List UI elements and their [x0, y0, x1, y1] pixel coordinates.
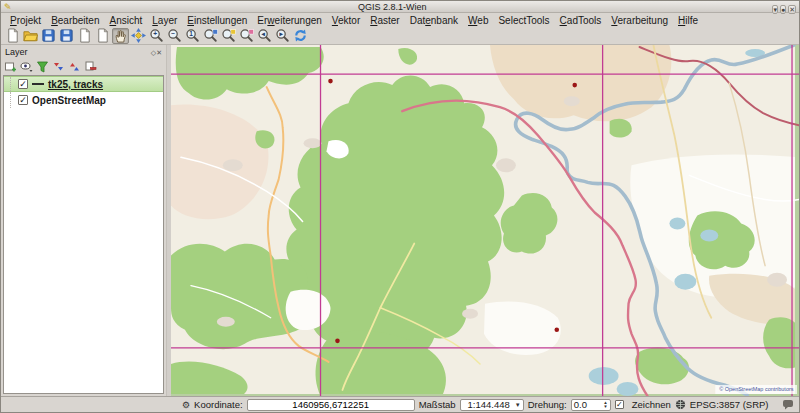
- menu-cadtools[interactable]: CadTools: [555, 14, 607, 27]
- collapse-all-icon[interactable]: [68, 60, 81, 73]
- svg-text:+: +: [153, 30, 157, 37]
- save-project-icon[interactable]: [40, 28, 57, 44]
- new-print-composer-icon[interactable]: [76, 28, 93, 44]
- zoom-last-icon[interactable]: ◂: [256, 28, 273, 44]
- menu-projekt[interactable]: Projekt: [5, 14, 46, 27]
- menu-datenbank[interactable]: Datenbank: [405, 14, 463, 27]
- coordinate-input[interactable]: [247, 399, 415, 411]
- menu-vektor[interactable]: Vektor: [327, 14, 365, 27]
- close-window-button[interactable]: ✕: [788, 5, 796, 14]
- add-group-icon[interactable]: [4, 60, 17, 73]
- track-point: [335, 339, 340, 344]
- map-canvas[interactable]: © OpenStreetMap contributors: [171, 45, 799, 396]
- layer-item-tk25-tracks[interactable]: ✓tk25, tracks: [4, 76, 163, 92]
- zoom-to-layer-icon[interactable]: [238, 28, 255, 44]
- main-toolbar: +−1◂▸: [1, 27, 799, 45]
- line-symbol-icon: [32, 83, 44, 85]
- remove-layer-icon[interactable]: [84, 60, 97, 73]
- render-checkbox[interactable]: ✓: [615, 400, 624, 409]
- log-messages-icon[interactable]: [782, 399, 794, 410]
- rotation-spinbox[interactable]: 0.0 ▲▼: [571, 399, 611, 411]
- tree-guide: [10, 77, 18, 91]
- zoom-out-icon[interactable]: −: [166, 28, 183, 44]
- layers-panel-header: Layer ◇✕: [1, 45, 166, 58]
- menu-raster[interactable]: Raster: [365, 14, 404, 27]
- track-point: [554, 328, 559, 333]
- scale-value: 1:144.448: [463, 399, 515, 410]
- town-area: [223, 159, 243, 171]
- crs-status[interactable]: EPSG:3857 (SRP): [690, 399, 769, 410]
- layer-visibility-icon[interactable]: [20, 60, 33, 73]
- zoom-next-icon[interactable]: ▸: [274, 28, 291, 44]
- town-area: [462, 309, 478, 319]
- close-panel-icon[interactable]: ✕: [156, 49, 162, 56]
- menu-ansicht[interactable]: Ansicht: [105, 14, 148, 27]
- menu-web[interactable]: Web: [463, 14, 493, 27]
- render-label: Zeichnen: [632, 399, 671, 410]
- svg-text:1: 1: [189, 30, 193, 37]
- expand-all-icon[interactable]: [52, 60, 65, 73]
- menu-verarbeitung[interactable]: Verarbeitung: [606, 14, 673, 27]
- pan-to-selection-icon[interactable]: [130, 28, 147, 44]
- layers-panel-toolbar: [1, 58, 166, 74]
- menu-erweiterungen[interactable]: Erweiterungen: [252, 14, 327, 27]
- lake: [700, 230, 718, 242]
- menu-selecttools[interactable]: SelectTools: [493, 14, 554, 27]
- coordinate-label: Koordinate:: [194, 399, 243, 410]
- town-area: [496, 158, 516, 172]
- new-project-icon[interactable]: [4, 28, 21, 44]
- title-bar[interactable]: ✎ QGIS 2.8.1-Wien ▾●✕: [1, 1, 799, 13]
- town-area: [217, 317, 235, 327]
- layer-tree[interactable]: ✓tk25, tracks✓OpenStreetMap: [3, 75, 164, 394]
- composer-manager-icon[interactable]: [94, 28, 111, 44]
- layer-visibility-checkbox[interactable]: ✓: [18, 95, 28, 105]
- save-project-as-icon[interactable]: [58, 28, 75, 44]
- status-bar: ⚙ Koordinate: Maßstab 1:144.448 ▼ Drehun…: [1, 396, 799, 412]
- lake: [669, 217, 685, 229]
- chevron-down-icon: ▼: [515, 402, 521, 408]
- scale-combobox[interactable]: 1:144.448 ▼: [460, 399, 524, 411]
- tracking-icon[interactable]: ⚙: [182, 400, 190, 410]
- pan-map-icon[interactable]: [112, 28, 129, 44]
- layer-visibility-checkbox[interactable]: ✓: [18, 79, 28, 89]
- crs-globe-icon[interactable]: [675, 399, 686, 410]
- town-area: [304, 138, 322, 148]
- menu-hilfe[interactable]: Hilfe: [673, 14, 703, 27]
- lake: [589, 367, 619, 385]
- zoom-full-extent-icon[interactable]: [202, 28, 219, 44]
- svg-text:◂: ◂: [260, 30, 265, 37]
- layer-item-openstreetmap[interactable]: ✓OpenStreetMap: [4, 92, 163, 108]
- maximize-window-button[interactable]: ●: [780, 5, 786, 14]
- lake: [617, 382, 639, 396]
- svg-text:▸: ▸: [278, 30, 283, 37]
- lake: [674, 274, 696, 290]
- filter-legend-icon[interactable]: [36, 60, 49, 73]
- canvas-edge-polygon: [795, 45, 799, 396]
- shade-window-button[interactable]: ▾: [772, 5, 778, 14]
- spinner-arrows-icon[interactable]: ▲▼: [603, 401, 607, 408]
- track-point: [572, 83, 577, 88]
- open-project-icon[interactable]: [22, 28, 39, 44]
- town-area: [767, 273, 787, 287]
- rotation-value: 0.0: [574, 399, 604, 410]
- zoom-in-icon[interactable]: +: [148, 28, 165, 44]
- window-title: QGIS 2.8.1-Wien: [14, 2, 770, 12]
- menu-layer[interactable]: Layer: [147, 14, 182, 27]
- osm-attribution: © OpenStreetMap contributors: [719, 386, 793, 392]
- layers-panel-title: Layer: [5, 47, 151, 57]
- scale-label: Maßstab: [419, 399, 456, 410]
- rotation-label: Drehung:: [528, 399, 567, 410]
- layers-panel: Layer ◇✕ ✓tk25, tracks✓OpenStreetMap: [1, 45, 166, 396]
- zoom-to-selection-icon[interactable]: [220, 28, 237, 44]
- qgis-window: ✎ QGIS 2.8.1-Wien ▾●✕ ProjektBearbeitenA…: [0, 0, 800, 413]
- menu-einstellungen[interactable]: Einstellungen: [182, 14, 252, 27]
- tree-guide: [10, 92, 18, 108]
- map-area: © OpenStreetMap contributors: [171, 45, 799, 396]
- svg-text:−: −: [171, 30, 175, 37]
- zoom-native-icon[interactable]: 1: [184, 28, 201, 44]
- app-icon: ✎: [4, 2, 14, 12]
- menu-bar: ProjektBearbeitenAnsichtLayerEinstellung…: [1, 13, 799, 27]
- refresh-icon[interactable]: [292, 28, 309, 44]
- menu-bearbeiten[interactable]: Bearbeiten: [46, 14, 104, 27]
- layer-label: OpenStreetMap: [32, 95, 106, 106]
